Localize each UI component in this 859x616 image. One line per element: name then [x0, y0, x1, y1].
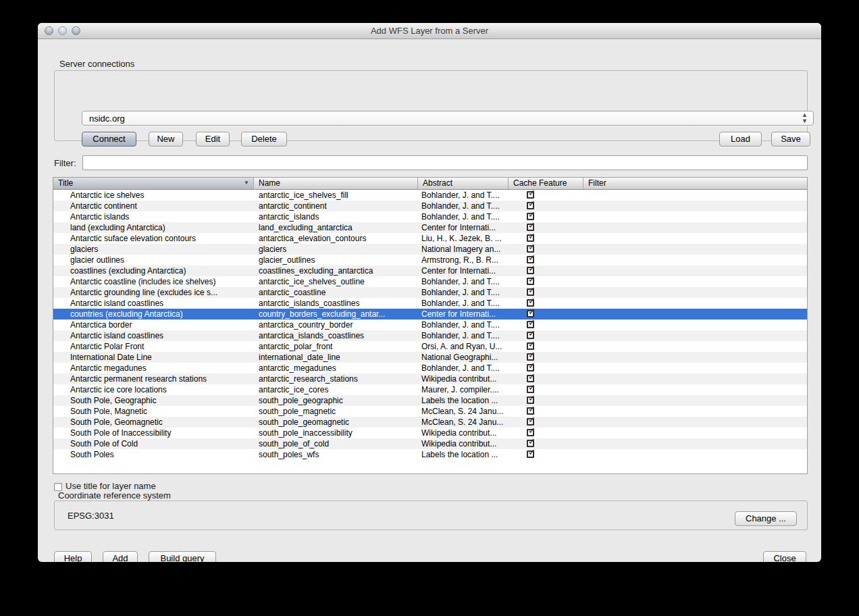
table-row[interactable]: glacier outlinesglacier_outlinesArmstron… — [53, 255, 807, 265]
table-row[interactable]: Antarctica borderantarctica_country_bord… — [53, 319, 807, 330]
connect-button[interactable]: Connect — [82, 132, 136, 147]
column-header-filter[interactable]: Filter — [583, 178, 807, 190]
table-row[interactable]: Antarctic island coastlinesantarctica_is… — [53, 330, 807, 341]
cell-title: Antarctic ice core locations — [53, 384, 254, 395]
column-header-cache-feature[interactable]: Cache Feature — [509, 178, 583, 190]
titlebar[interactable]: Add WFS Layer from a Server — [38, 23, 821, 39]
cache-feature-checkbox[interactable]: ✓ — [527, 396, 534, 404]
new-button[interactable]: New — [149, 132, 183, 147]
cell-filter — [583, 428, 807, 438]
use-title-checkbox[interactable] — [54, 483, 62, 491]
table-row[interactable]: Antarctic ice shelvesantarctic_ice_shelv… — [53, 190, 807, 201]
table-row[interactable]: South Pole, Magneticsouth_pole_magneticM… — [53, 406, 807, 417]
layers-table: Title ▼ Name Abstract Cache Feature Filt… — [53, 177, 808, 474]
cache-feature-checkbox[interactable]: ✓ — [527, 267, 534, 274]
table-row[interactable]: South Pole of Inaccessibilitysouth_pole_… — [53, 428, 807, 438]
close-window-icon[interactable] — [45, 26, 53, 35]
table-row[interactable]: land (excluding Antarctica)land_excludin… — [53, 222, 807, 233]
table-row[interactable]: Antarctic coastline (includes ice shelve… — [53, 276, 807, 287]
cell-cache-feature: ✓ — [509, 438, 583, 449]
cell-title: Antarctica border — [53, 319, 254, 330]
cell-cache-feature: ✓ — [509, 374, 583, 384]
cell-title: Antarctic island coastlines — [53, 330, 254, 341]
cell-filter — [583, 341, 807, 352]
cache-feature-checkbox[interactable]: ✓ — [527, 418, 534, 426]
save-button[interactable]: Save — [771, 132, 810, 147]
cell-title: South Pole, Magnetic — [53, 406, 254, 417]
cache-feature-checkbox[interactable]: ✓ — [527, 353, 534, 361]
table-row[interactable]: Antarctic megadunesantarctic_megadunesBo… — [53, 363, 807, 374]
checkmark-icon: ✓ — [528, 265, 536, 274]
cell-cache-feature: ✓ — [509, 449, 583, 460]
table-row[interactable]: Antarctic grounding line (excludes ice s… — [53, 287, 807, 298]
cache-feature-checkbox[interactable]: ✓ — [527, 321, 534, 328]
edit-button[interactable]: Edit — [196, 132, 230, 147]
table-row[interactable]: countries (excluding Antarctica)country_… — [53, 309, 807, 319]
cache-feature-checkbox[interactable]: ✓ — [527, 299, 534, 307]
build-query-button[interactable]: Build query — [149, 551, 216, 562]
cache-feature-checkbox[interactable]: ✓ — [527, 429, 534, 436]
cell-title: Antarctic ice shelves — [53, 190, 254, 201]
cache-feature-checkbox[interactable]: ✓ — [527, 191, 534, 199]
cache-feature-checkbox[interactable]: ✓ — [527, 224, 534, 231]
checkmark-icon: ✓ — [528, 244, 536, 253]
table-row[interactable]: glaciersglaciersNational Imagery an...✓ — [53, 244, 807, 255]
cache-feature-checkbox[interactable]: ✓ — [527, 342, 534, 350]
cache-feature-checkbox[interactable]: ✓ — [527, 407, 534, 415]
checkmark-icon: ✓ — [528, 449, 536, 458]
cache-feature-checkbox[interactable]: ✓ — [527, 451, 534, 458]
cache-feature-checkbox[interactable]: ✓ — [527, 310, 534, 317]
column-header-abstract[interactable]: Abstract — [418, 178, 509, 190]
cell-filter — [583, 449, 807, 460]
cache-feature-checkbox[interactable]: ✓ — [527, 202, 534, 209]
table-row[interactable]: Antarctic island coastlinesantarctic_isl… — [53, 298, 807, 309]
cache-feature-checkbox[interactable]: ✓ — [527, 364, 534, 371]
table-row[interactable]: Antarctic Polar Frontantarctic_polar_fro… — [53, 341, 807, 352]
cache-feature-checkbox[interactable]: ✓ — [527, 256, 534, 263]
table-row[interactable]: International Date Lineinternational_dat… — [53, 352, 807, 363]
cell-cache-feature: ✓ — [509, 384, 583, 395]
table-row[interactable]: coastlines (excluding Antarctica)coastli… — [53, 265, 807, 276]
table-row[interactable]: South Pole of Coldsouth_pole_of_coldWiki… — [53, 438, 807, 449]
cache-feature-checkbox[interactable]: ✓ — [527, 234, 534, 242]
delete-button[interactable]: Delete — [241, 132, 287, 147]
cell-cache-feature: ✓ — [509, 276, 583, 287]
close-button[interactable]: Close — [763, 551, 806, 562]
table-row[interactable]: Antarctic islandsantarctic_islandsBohlan… — [53, 211, 807, 222]
cache-feature-checkbox[interactable]: ✓ — [527, 440, 534, 447]
filter-input[interactable] — [82, 155, 808, 170]
cell-title: Antarctic suface elevation contours — [53, 233, 254, 244]
load-button[interactable]: Load — [719, 132, 762, 147]
dialog-window: Add WFS Layer from a Server Server conne… — [38, 23, 821, 562]
zoom-window-icon[interactable] — [72, 26, 80, 35]
table-row[interactable]: Antarctic ice core locationsantarctic_ic… — [53, 384, 807, 395]
cell-cache-feature: ✓ — [509, 417, 583, 428]
server-connection-select[interactable]: nsidc.org ▲▼ — [82, 111, 814, 126]
cell-abstract: Wikipedia contribut... — [418, 438, 509, 449]
table-row[interactable]: Antarctic suface elevation contoursantar… — [53, 233, 807, 244]
cache-feature-checkbox[interactable]: ✓ — [527, 278, 534, 285]
cache-feature-checkbox[interactable]: ✓ — [527, 386, 534, 393]
minimize-window-icon[interactable] — [58, 26, 67, 35]
cache-feature-checkbox[interactable]: ✓ — [527, 213, 534, 220]
cache-feature-checkbox[interactable]: ✓ — [527, 288, 534, 296]
help-button[interactable]: Help — [54, 551, 92, 562]
combo-arrows-icon: ▲▼ — [802, 112, 808, 124]
change-crs-button[interactable]: Change ... — [735, 511, 797, 526]
cache-feature-checkbox[interactable]: ✓ — [527, 245, 534, 253]
cache-feature-checkbox[interactable]: ✓ — [527, 375, 534, 382]
table-row[interactable]: South Pole, Geomagneticsouth_pole_geomag… — [53, 417, 807, 428]
cache-feature-checkbox[interactable]: ✓ — [527, 332, 534, 339]
column-header-title[interactable]: Title ▼ — [53, 178, 254, 190]
table-row[interactable]: Antarctic permanent research stationsant… — [53, 374, 807, 384]
table-row[interactable]: Antarctic continentantarctic_continentBo… — [53, 201, 807, 211]
cell-abstract: Wikipedia contribut... — [418, 428, 509, 438]
table-row[interactable]: South Polessouth_poles_wfsLabels the loc… — [53, 449, 807, 460]
add-button[interactable]: Add — [103, 551, 138, 562]
cell-title: Antarctic continent — [53, 201, 254, 211]
cell-abstract: Bohlander, J. and T.... — [418, 319, 509, 330]
cell-filter — [583, 298, 807, 309]
table-row[interactable]: South Pole, Geographicsouth_pole_geograp… — [53, 395, 807, 406]
cell-filter — [583, 406, 807, 417]
column-header-name[interactable]: Name — [254, 178, 418, 190]
